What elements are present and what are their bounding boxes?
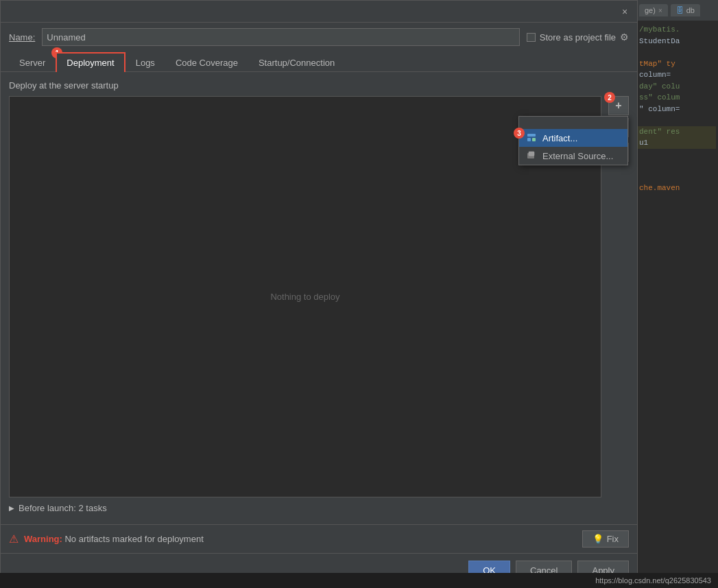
svg-rect-0	[527, 134, 536, 137]
editor-tab-db-label: db	[686, 6, 695, 14]
tab-logs[interactable]: Logs	[125, 53, 165, 72]
editor-tab-db[interactable]: 🗄 db	[671, 4, 700, 16]
warning-bar: ⚠ Warning: No artifacts marked for deplo…	[1, 524, 637, 553]
artifact-icon	[526, 132, 537, 143]
name-label: Name:	[9, 32, 35, 43]
triangle-right-icon: ▶	[9, 504, 14, 512]
external-source-icon	[526, 150, 537, 161]
artifact-label: Artifact...	[542, 133, 577, 143]
store-project-area: Store as project file ⚙	[527, 32, 629, 43]
deploy-label: Deploy at the server startup	[9, 80, 629, 91]
name-row: Name: Store as project file ⚙	[1, 23, 637, 51]
warning-text: Warning: No artifacts marked for deploym…	[24, 534, 577, 544]
fix-button[interactable]: 💡 Fix	[582, 530, 629, 548]
bg-code-area: /mybatis. StudentDa tMap" ty column= day…	[636, 21, 718, 198]
svg-rect-4	[529, 152, 534, 156]
before-launch[interactable]: ▶ Before launch: 2 tasks	[9, 497, 629, 516]
tabs-bar: Server 1 Deployment Logs Code Coverage S…	[1, 51, 637, 72]
step-badge-3: 3	[514, 128, 525, 139]
tab-deployment[interactable]: Deployment	[56, 52, 125, 72]
dropdown-menu: 3 Artifact...	[518, 116, 628, 165]
side-controls: 2 + 3	[608, 96, 629, 165]
store-project-checkbox[interactable]	[527, 33, 536, 42]
gear-icon[interactable]: ⚙	[620, 32, 629, 43]
tab-code-coverage[interactable]: Code Coverage	[165, 53, 248, 72]
store-project-label: Store as project file	[540, 32, 616, 43]
content-area: Deploy at the server startup Nothing to …	[1, 72, 637, 524]
status-url: https://blog.csdn.net/q2625830543	[595, 576, 711, 585]
bulb-icon: 💡	[593, 534, 603, 544]
svg-rect-2	[532, 138, 536, 141]
nothing-to-deploy-text: Nothing to deploy	[270, 292, 339, 302]
tab-wrapper-startup: Startup/Connection	[248, 52, 345, 71]
warning-bold-text: Warning:	[24, 534, 62, 544]
tab-wrapper-server: Server	[9, 52, 56, 71]
db-icon: 🗄	[676, 6, 684, 14]
before-launch-label: Before launch: 2 tasks	[19, 503, 107, 513]
external-source-label: External Source...	[542, 151, 613, 161]
editor-tab-ge[interactable]: ge) ×	[639, 4, 668, 16]
step-badge-2: 2	[604, 92, 615, 103]
tab-startup-connection[interactable]: Startup/Connection	[248, 53, 345, 72]
dropdown-item-artifact[interactable]: Artifact...	[519, 129, 627, 147]
warning-detail: No artifacts marked for deployment	[64, 534, 203, 544]
plus-icon: +	[615, 99, 621, 112]
tab-wrapper-code-coverage: Code Coverage	[165, 52, 248, 71]
dropdown-item-external-source[interactable]: External Source...	[519, 147, 627, 165]
dialog-title-bar: ×	[1, 1, 637, 23]
editor-tab-ge-label: ge)	[645, 6, 656, 14]
tab-server[interactable]: Server	[9, 53, 56, 72]
fix-label: Fix	[607, 534, 619, 544]
close-button[interactable]: ×	[619, 6, 630, 17]
warning-icon: ⚠	[9, 532, 19, 545]
deploy-panel-wrapper: Nothing to deploy 2 + 3	[9, 96, 601, 497]
svg-rect-1	[527, 138, 531, 141]
deploy-panel: Nothing to deploy	[9, 96, 601, 497]
status-bar: https://blog.csdn.net/q2625830543	[0, 573, 718, 588]
tab-wrapper-logs: Logs	[125, 52, 165, 71]
editor-tab-ge-close[interactable]: ×	[658, 7, 662, 14]
name-input[interactable]	[42, 28, 519, 46]
run-debug-dialog: × Name: Store as project file ⚙ Server 1…	[0, 0, 638, 588]
tab-wrapper-deployment: 1 Deployment	[56, 51, 125, 71]
